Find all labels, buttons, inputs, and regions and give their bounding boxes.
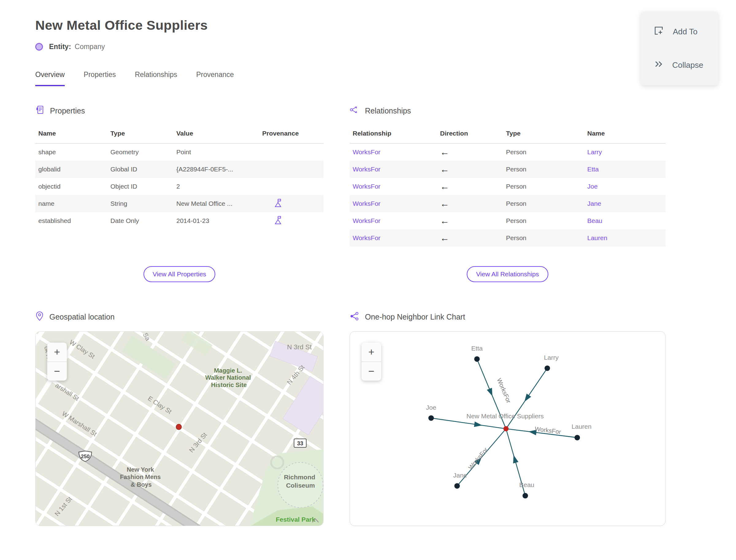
entity-name-link[interactable]: Etta <box>587 166 599 173</box>
left-column: Properties Name Type Value Provenance sh… <box>35 105 324 526</box>
properties-table-header-row: Name Type Value Provenance <box>35 125 324 144</box>
collapse-button[interactable]: Collapse <box>641 56 718 75</box>
prop-type: Object ID <box>110 178 176 195</box>
entity-name-link[interactable]: Larry <box>587 148 602 155</box>
relationships-section-header: Relationships <box>350 105 665 116</box>
relationships-table-header-row: Relationship Direction Type Name <box>350 125 665 144</box>
neighbor-node[interactable] <box>474 356 480 362</box>
table-row: WorksFor ← Person Jane <box>350 195 665 212</box>
link-chart-icon <box>350 311 359 323</box>
link-chart-section-title: One-hop Neighbor Link Chart <box>365 313 465 321</box>
col-type: Type <box>110 125 176 144</box>
properties-section-header: Properties <box>35 105 324 116</box>
geospatial-map[interactable]: ok Rd W Clay St Sa arshall St W Marshall… <box>35 331 324 526</box>
relationship-link[interactable]: WorksFor <box>353 234 381 241</box>
prop-provenance <box>262 144 324 161</box>
neighbor-node-label: Etta <box>471 344 483 351</box>
neighbor-node-label: Jane <box>453 472 467 479</box>
entity-type-dot <box>35 43 43 51</box>
geospatial-section-header: Geospatial location <box>35 312 324 323</box>
prop-type: String <box>110 195 176 212</box>
relationship-link[interactable]: WorksFor <box>353 166 381 173</box>
table-row: shape Geometry Point <box>35 144 324 161</box>
right-column: Relationships Relationship Direction Typ… <box>350 105 665 526</box>
prop-name: shape <box>35 144 110 161</box>
entity-name-link[interactable]: Jane <box>587 200 601 207</box>
collapse-label: Collapse <box>672 60 703 70</box>
prop-value: {A228944F-0EF5-... <box>176 161 262 178</box>
neighbor-node[interactable] <box>574 435 580 440</box>
neighbor-node[interactable] <box>428 415 434 421</box>
col-value: Value <box>176 125 262 144</box>
tab-relationships[interactable]: Relationships <box>135 71 177 86</box>
prop-name: established <box>35 212 110 229</box>
table-row: WorksFor ← Person Etta <box>350 161 665 178</box>
col-direction: Direction <box>440 125 506 144</box>
view-all-relationships-button[interactable]: View All Relationships <box>467 266 548 282</box>
table-row: WorksFor ← Person Beau <box>350 212 665 229</box>
tab-properties[interactable]: Properties <box>84 71 116 86</box>
map-zoom-in-button[interactable]: + <box>47 343 67 362</box>
prop-provenance <box>262 212 324 229</box>
direction-arrow: ← <box>440 164 449 174</box>
neighbor-node[interactable] <box>454 483 460 489</box>
chart-edge-arrow <box>487 388 493 396</box>
entity-name-link[interactable]: Beau <box>587 217 602 224</box>
table-row: established Date Only 2014-01-23 <box>35 212 324 229</box>
prop-type: Date Only <box>110 212 176 229</box>
relationship-link[interactable]: WorksFor <box>353 200 381 207</box>
rel-type: Person <box>506 212 587 229</box>
add-to-button[interactable]: Add To <box>641 21 718 43</box>
provenance-flag-icon[interactable] <box>274 202 282 209</box>
prop-name: globalid <box>35 161 110 178</box>
chart-edge <box>431 418 506 429</box>
edge-label: WorksFor <box>467 446 489 470</box>
relationships-icon <box>350 105 359 116</box>
one-hop-link-chart[interactable]: WorksForWorksForWorksForEttaLarryJoeLaur… <box>350 331 665 526</box>
rel-type: Person <box>506 144 587 161</box>
neighbor-node[interactable] <box>523 493 528 498</box>
entity-name-link[interactable]: Joe <box>587 183 598 190</box>
tab-overview[interactable]: Overview <box>35 71 65 86</box>
chart-edge-arrow <box>524 393 531 401</box>
prop-type: Geometry <box>110 144 176 161</box>
relationship-link[interactable]: WorksFor <box>353 148 381 155</box>
park-label: Festival Park <box>276 516 315 523</box>
properties-icon <box>35 105 44 117</box>
provenance-flag-icon[interactable] <box>274 219 282 226</box>
chart-zoom-out-button[interactable]: − <box>362 362 381 381</box>
map-zoom-out-button[interactable]: − <box>47 362 67 381</box>
prop-provenance <box>262 178 324 195</box>
link-chart-canvas: WorksForWorksForWorksForEttaLarryJoeLaur… <box>350 332 665 526</box>
chart-zoom-in-button[interactable]: + <box>362 343 381 362</box>
table-row: globalid Global ID {A228944F-0EF5-... <box>35 161 324 178</box>
prop-value: 2 <box>176 178 262 195</box>
neighbor-node-label: Joe <box>426 404 436 411</box>
direction-arrow: ← <box>440 181 449 191</box>
rel-type: Person <box>506 229 587 247</box>
prop-name: objectid <box>35 178 110 195</box>
table-row: name String New Metal Office ... <box>35 195 324 212</box>
page-title: New Metal Office Suppliers <box>35 18 736 33</box>
direction-arrow: ← <box>440 216 449 226</box>
view-all-properties-button[interactable]: View All Properties <box>144 266 216 282</box>
tab-provenance[interactable]: Provenance <box>196 71 234 86</box>
rel-type: Person <box>506 178 587 195</box>
location-marker <box>176 424 182 430</box>
direction-arrow: ← <box>440 147 449 157</box>
entity-name-link[interactable]: Lauren <box>587 234 607 241</box>
col-name: Name <box>587 125 665 144</box>
center-node[interactable] <box>504 426 509 431</box>
col-provenance: Provenance <box>262 125 324 144</box>
neighbor-node-label: Larry <box>544 354 559 361</box>
chart-edge-arrow <box>513 455 518 463</box>
relationship-link[interactable]: WorksFor <box>353 217 381 224</box>
table-row: WorksFor ← Person Joe <box>350 178 665 195</box>
collapse-icon <box>653 60 664 71</box>
table-row: WorksFor ← Person Larry <box>350 144 665 161</box>
relationship-link[interactable]: WorksFor <box>353 183 381 190</box>
neighbor-node[interactable] <box>545 365 550 371</box>
table-row: objectid Object ID 2 <box>35 178 324 195</box>
prop-provenance <box>262 195 324 212</box>
street-label: N 3rd St <box>287 343 312 351</box>
